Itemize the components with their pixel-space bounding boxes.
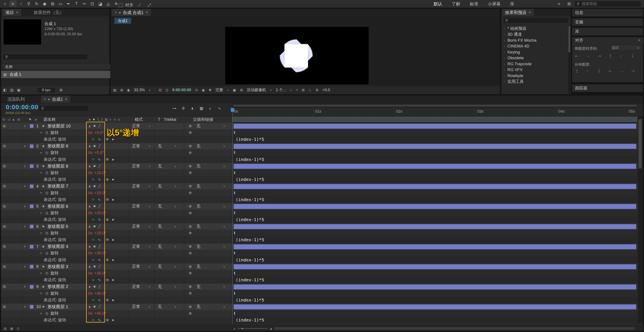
- work-area[interactable]: [232, 116, 638, 122]
- panel-menu-icon[interactable]: ≡: [65, 97, 67, 101]
- layer-duration-bar[interactable]: [234, 304, 636, 310]
- mode-column[interactable]: 模式: [134, 116, 143, 123]
- playhead-handle[interactable]: [231, 108, 234, 112]
- dist-center-v-icon[interactable]: ↕: [586, 68, 588, 74]
- expression-language-menu-icon[interactable]: ▶: [112, 156, 114, 163]
- interpret-footage-icon[interactable]: ◧: [3, 88, 7, 92]
- property-pickwhip-icon[interactable]: ⊚: [189, 230, 192, 236]
- workspace-tab-1[interactable]: 了解: [452, 1, 460, 7]
- exposure-value[interactable]: +0.0: [322, 88, 330, 92]
- expression-code-text[interactable]: (index-1)*5: [236, 256, 264, 263]
- stopwatch-icon[interactable]: ◷: [45, 149, 48, 156]
- expression-language-menu-icon[interactable]: ▶: [112, 196, 114, 203]
- workspace-tab-4[interactable]: 库: [510, 1, 514, 7]
- expression-pickwhip-icon[interactable]: ⊚: [106, 216, 109, 223]
- layer-trkmat-dropdown[interactable]: 无∨: [156, 304, 178, 310]
- trash-icon[interactable]: ⊠: [60, 88, 62, 92]
- stopwatch-icon[interactable]: ◷: [45, 210, 48, 216]
- parent-pickwhip-icon[interactable]: ⊚: [189, 163, 192, 169]
- tool-shape[interactable]: ▭: [57, 0, 64, 7]
- tab-composition[interactable]: × ■ 合成 合成1 ≡: [112, 9, 151, 16]
- layer-expand-chevron-icon[interactable]: ˅: [24, 143, 26, 149]
- expression-pickwhip-icon[interactable]: ⊚: [106, 256, 109, 263]
- tool-brush[interactable]: ✑: [81, 0, 88, 7]
- expression-code-text[interactable]: (index-1)*5: [236, 176, 264, 183]
- layer-duration-bar[interactable]: [234, 244, 636, 250]
- expression-pickwhip-icon[interactable]: ⊚: [106, 317, 109, 324]
- layer-mode-dropdown[interactable]: 正常∨: [130, 304, 152, 310]
- help-search-box[interactable]: ⚲: [574, 1, 641, 7]
- layer-mode-dropdown[interactable]: 正常∨: [130, 143, 152, 149]
- layer-expand-chevron-icon[interactable]: ˅: [24, 183, 26, 190]
- layer-expand-chevron-icon[interactable]: ˅: [24, 163, 26, 169]
- time-navigator[interactable]: [232, 104, 638, 108]
- parent-pickwhip-icon[interactable]: ⊚: [189, 123, 192, 129]
- layer-label-color[interactable]: [30, 144, 34, 148]
- layer-trkmat-dropdown[interactable]: 无∨: [156, 284, 178, 290]
- layer-label-color[interactable]: [30, 184, 34, 188]
- property-expand-chevron-icon[interactable]: ˅: [40, 290, 42, 296]
- align-top-icon[interactable]: ↥: [608, 54, 612, 58]
- layer-mode-dropdown[interactable]: 正常∨: [130, 263, 152, 270]
- help-search-input[interactable]: [581, 2, 639, 6]
- panel-library[interactable]: 库: [572, 28, 643, 36]
- expression-language-menu-icon[interactable]: ▶: [112, 317, 114, 324]
- layer-expand-chevron-icon[interactable]: ˅: [24, 123, 26, 129]
- effects-folder[interactable]: ›* 动画预设: [501, 26, 570, 31]
- layer-duration-bar[interactable]: [234, 164, 636, 169]
- transparency-grid-icon[interactable]: ▨: [113, 88, 116, 92]
- project-search-input[interactable]: [10, 54, 86, 60]
- view-layout-dropdown[interactable]: 1 个...: [276, 87, 286, 92]
- layer-label-color[interactable]: [30, 164, 34, 168]
- workspace-tab-0[interactable]: 默认: [434, 1, 442, 7]
- expression-language-menu-icon[interactable]: ▶: [112, 256, 114, 263]
- layer-name[interactable]: 形状图层 5: [48, 223, 68, 230]
- timeline-search-input[interactable]: [46, 106, 86, 111]
- layer-label-color[interactable]: [30, 285, 34, 289]
- close-icon[interactable]: ×: [44, 97, 46, 101]
- layer-visibility-eye-icon[interactable]: ⊙: [3, 183, 6, 190]
- layer-parent-dropdown[interactable]: 无∨: [194, 143, 227, 149]
- scrollbar-thumb[interactable]: [568, 26, 570, 52]
- stopwatch-icon[interactable]: ◷: [45, 250, 48, 256]
- trkmat-column[interactable]: TrkMat: [164, 116, 176, 123]
- tool-unified-camera[interactable]: ◉: [41, 0, 48, 7]
- layer-label-color[interactable]: [30, 245, 34, 248]
- work-area-bar[interactable]: [233, 117, 637, 122]
- motion-blur-icon[interactable]: ◐: [207, 105, 214, 112]
- align-left-icon[interactable]: ⇤: [575, 54, 579, 58]
- align-right-icon[interactable]: ⇥: [598, 54, 601, 58]
- tool-zoom[interactable]: ⚲: [25, 0, 32, 7]
- expression-pickwhip-icon[interactable]: ⊚: [106, 176, 109, 183]
- time-ruler[interactable]: 0s01s02s03s04s05s: [232, 108, 638, 116]
- panel-audio[interactable]: 音频: [572, 18, 643, 26]
- expression-code-text[interactable]: (index-1)*5: [236, 236, 264, 243]
- stopwatch-icon[interactable]: ◷: [45, 169, 48, 176]
- expand-in-out-icon[interactable]: ◫: [16, 327, 20, 330]
- layer-parent-dropdown[interactable]: 无∨: [194, 163, 227, 169]
- layer-expand-chevron-icon[interactable]: ˅: [24, 203, 26, 210]
- tab-effects-presets[interactable]: 效果和预设 ≡: [502, 9, 534, 16]
- layer-name[interactable]: 形状图层 1: [48, 304, 68, 310]
- layer-parent-dropdown[interactable]: 无∨: [194, 203, 227, 210]
- property-expand-chevron-icon[interactable]: ˅: [40, 149, 42, 156]
- viewer-timecode[interactable]: 0:00:00:00: [172, 88, 191, 92]
- expand-layer-switches-icon[interactable]: ▤: [4, 327, 7, 330]
- dist-bottom-icon[interactable]: ↧: [598, 68, 601, 74]
- tab-render-queue[interactable]: 渲染队列: [4, 96, 28, 103]
- property-expand-chevron-icon[interactable]: ˅: [40, 169, 42, 176]
- expression-code-text[interactable]: (index-1)*5: [236, 136, 264, 142]
- tool-eraser[interactable]: ◪: [96, 0, 104, 7]
- zoom-out-mountain-icon[interactable]: ▲: [233, 326, 236, 331]
- expression-pickwhip-icon[interactable]: ⊚: [106, 156, 109, 163]
- expression-code-text[interactable]: (index-1)*5: [236, 296, 264, 303]
- timeline-horizontal-scrollbar[interactable]: [274, 327, 635, 330]
- layer-name[interactable]: 形状图层 9: [48, 143, 68, 149]
- layer-trkmat-dropdown[interactable]: 无∨: [156, 243, 178, 250]
- expand-transfer-controls-icon[interactable]: ▦: [10, 327, 13, 330]
- timeline-search-box[interactable]: ⚲: [39, 105, 89, 112]
- property-pickwhip-icon[interactable]: ⊚: [189, 290, 192, 296]
- timeline-vertical-scrollbar[interactable]: [638, 116, 642, 324]
- tool-home[interactable]: ⌂: [1, 0, 8, 7]
- align-center-h-icon[interactable]: ↔: [586, 54, 590, 58]
